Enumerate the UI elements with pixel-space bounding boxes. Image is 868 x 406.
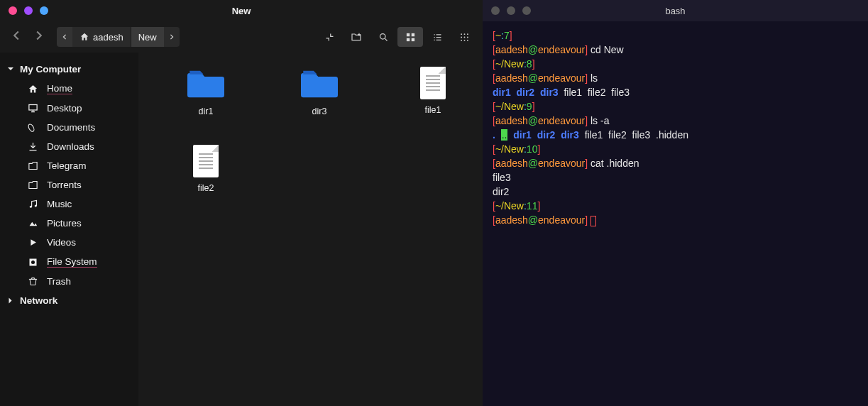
videos-icon	[27, 237, 38, 248]
folder-item-dir1[interactable]: dir1	[174, 67, 238, 116]
sidebar-item-trash[interactable]: Trash	[0, 272, 138, 291]
breadcrumb-parent-label: aadesh	[93, 32, 123, 43]
svg-point-13	[466, 39, 468, 40]
list-view-button[interactable]	[424, 27, 450, 47]
terminal-line: dir2	[493, 185, 858, 199]
sidebar-item-label: Videos	[47, 237, 76, 248]
sidebar-item-torrents[interactable]: Torrents	[0, 175, 138, 194]
svg-rect-14	[28, 105, 36, 111]
sidebar-item-downloads[interactable]: Downloads	[0, 137, 138, 156]
desktop-icon	[27, 103, 38, 114]
terminal-line: [aadesh@endeavour] cd New	[493, 43, 858, 57]
sidebar-section-label: My Computer	[20, 64, 81, 75]
sidebar-section-label: Network	[20, 295, 57, 306]
back-button[interactable]	[11, 31, 21, 43]
chevron-down-icon	[7, 64, 14, 75]
sidebar-item-label: Desktop	[47, 103, 82, 114]
terminal-line: [~/New:9]	[493, 99, 858, 114]
svg-point-0	[380, 33, 385, 39]
folder-icon	[187, 67, 224, 101]
path-bar: aadesh New	[57, 27, 180, 47]
sidebar-item-music[interactable]: Music	[0, 194, 138, 214]
term-window-controls	[483, 6, 531, 15]
content-area[interactable]: dir1dir3file1file2	[138, 53, 483, 406]
terminal-window: bash [~:7][aadesh@endeavour] cd New[~/Ne…	[483, 0, 868, 406]
file-icon	[193, 145, 219, 177]
terminal-line: . .. dir1 dir2 dir3 file1 file2 file3 .h…	[493, 128, 858, 142]
svg-point-19	[31, 260, 35, 264]
sidebar-item-videos[interactable]: Videos	[0, 233, 138, 252]
svg-point-5	[461, 33, 462, 35]
sidebar-item-label: Torrents	[47, 180, 82, 190]
term-maximize-button[interactable]	[522, 6, 531, 15]
sidebar-item-label: File System	[47, 256, 97, 268]
term-minimize-button[interactable]	[507, 6, 515, 15]
terminal-line: dir1 dir2 dir3 file1 file2 file3	[493, 85, 858, 99]
term-close-button[interactable]	[491, 6, 500, 15]
file-manager-window: New aadesh New My ComputerHomeDes	[0, 0, 483, 406]
terminal-line: [aadesh@endeavour] cat .hidden	[493, 156, 858, 170]
terminal-line: [~/New:11]	[493, 199, 858, 213]
terminal-line: [aadesh@endeavour] ls	[493, 71, 858, 85]
folder-icon	[301, 67, 338, 101]
sidebar-section-my-computer[interactable]: My Computer	[0, 60, 138, 79]
terminal-line: [~/New:10]	[493, 142, 858, 156]
forward-button[interactable]	[34, 31, 44, 43]
svg-rect-4	[411, 38, 414, 40]
svg-rect-1	[406, 33, 409, 35]
music-icon	[27, 199, 38, 209]
window-maximize-button[interactable]	[40, 6, 48, 15]
sidebar-item-pictures[interactable]: Pictures	[0, 214, 138, 233]
terminal-output[interactable]: [~:7][aadesh@endeavour] cd New[~/New:8][…	[483, 21, 868, 406]
file-item-file2[interactable]: file2	[174, 145, 238, 193]
window-controls	[0, 6, 48, 15]
svg-rect-2	[411, 33, 414, 35]
fm-titlebar[interactable]: New	[0, 0, 483, 21]
svg-point-17	[34, 204, 36, 207]
toggle-location-button[interactable]	[317, 27, 342, 47]
sidebar-item-label: Trash	[47, 276, 71, 287]
chevron-down-icon	[6, 297, 16, 304]
item-label: file1	[425, 105, 441, 115]
svg-point-16	[29, 206, 31, 208]
terminal-line: [aadesh@endeavour]	[493, 213, 858, 227]
sidebar-item-desktop[interactable]: Desktop	[0, 99, 138, 118]
filesystem-icon	[27, 257, 38, 268]
fm-toolbar: aadesh New	[0, 21, 483, 53]
svg-point-6	[463, 33, 465, 35]
term-titlebar[interactable]: bash	[483, 0, 868, 21]
documents-icon	[27, 122, 38, 133]
sidebar-item-label: Downloads	[47, 141, 94, 152]
svg-point-9	[463, 36, 465, 38]
folder-item-dir3[interactable]: dir3	[287, 67, 351, 116]
sidebar-section-network[interactable]: Network	[0, 291, 138, 310]
icon-view-button[interactable]	[397, 27, 423, 47]
sidebar-item-home[interactable]: Home	[0, 79, 138, 99]
pictures-icon	[27, 218, 38, 229]
sidebar-item-telegram[interactable]: Telegram	[0, 156, 138, 175]
sidebar-item-file-system[interactable]: File System	[0, 252, 138, 272]
svg-point-15	[28, 124, 35, 133]
terminal-line: [~/New:8]	[493, 57, 858, 71]
path-back-button[interactable]	[57, 27, 72, 47]
svg-point-10	[466, 36, 468, 38]
breadcrumb-parent[interactable]: aadesh	[72, 27, 131, 47]
svg-point-11	[461, 39, 462, 40]
downloads-icon	[27, 141, 38, 152]
sidebar-item-documents[interactable]: Documents	[0, 118, 138, 137]
svg-point-7	[466, 33, 468, 35]
breadcrumb-current[interactable]: New	[131, 27, 164, 47]
new-folder-button[interactable]	[344, 27, 369, 47]
path-forward-button[interactable]	[164, 27, 180, 47]
sidebar-item-label: Pictures	[47, 218, 82, 229]
item-label: dir3	[312, 106, 327, 116]
compact-view-button[interactable]	[451, 27, 477, 47]
terminal-line: [aadesh@endeavour] ls -a	[493, 114, 858, 128]
window-minimize-button[interactable]	[24, 6, 33, 15]
svg-point-12	[463, 39, 465, 40]
window-close-button[interactable]	[9, 6, 17, 15]
file-item-file1[interactable]: file1	[401, 67, 465, 116]
search-button[interactable]	[370, 27, 396, 47]
telegram-icon	[27, 160, 38, 171]
file-icon	[420, 67, 446, 99]
